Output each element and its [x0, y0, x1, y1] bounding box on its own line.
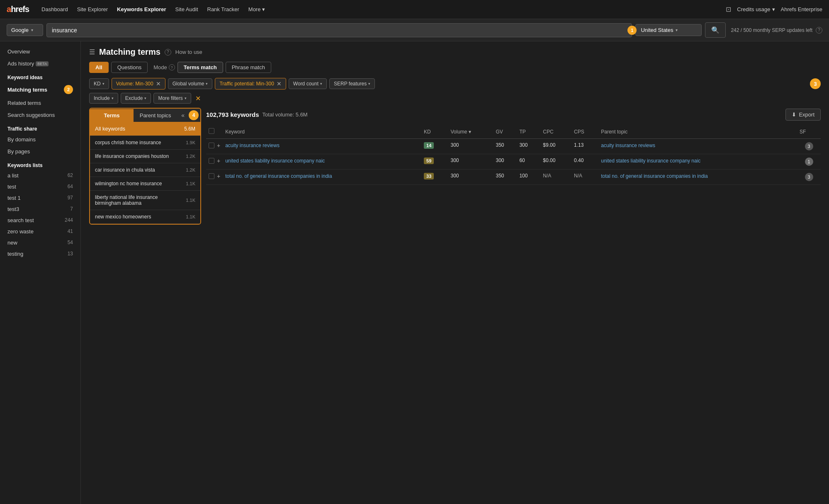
nav-site-audit[interactable]: Site Audit — [171, 4, 202, 15]
filter-word-count[interactable]: Word count ▾ — [289, 78, 327, 89]
search-input[interactable] — [46, 23, 632, 37]
search-engine-select[interactable]: Google ▾ — [7, 24, 43, 36]
nav-rank-tracker[interactable]: Rank Tracker — [203, 4, 243, 15]
left-tab-terms[interactable]: Terms — [90, 109, 134, 122]
select-all-checkbox[interactable] — [209, 128, 214, 134]
sidebar: Overview Ads history BETA Keyword ideas … — [0, 41, 81, 504]
logo[interactable]: ahrefs — [7, 5, 29, 14]
left-list-item-6[interactable]: new mexico homeowners 1.1K — [90, 210, 200, 224]
col-keyword[interactable]: Keyword — [223, 125, 421, 139]
keywords-count: 102,793 keywords — [206, 111, 259, 118]
sidebar-item-by-domains[interactable]: By domains — [0, 133, 80, 145]
row-2-cps: 0.40 — [571, 154, 598, 170]
row-3-tp: 100 — [517, 170, 540, 185]
sidebar-item-search-suggestions[interactable]: Search suggestions — [0, 109, 80, 121]
clear-filters-icon[interactable]: ✕ — [195, 94, 201, 102]
col-kd[interactable]: KD — [421, 125, 448, 139]
how-to-use-link[interactable]: How to use — [175, 49, 202, 55]
gv-caret-icon: ▾ — [206, 82, 208, 86]
row-1-parent-topic[interactable]: acuity insurance reviews — [601, 142, 795, 149]
sidebar-item-related-terms[interactable]: Related terms — [0, 97, 80, 109]
nav-links: Dashboard Site Explorer Keywords Explore… — [37, 4, 726, 15]
row-3-add-btn[interactable]: + — [217, 173, 220, 179]
row-3-kd-badge: 33 — [424, 173, 434, 179]
export-button[interactable]: ⬇ Export — [785, 109, 821, 121]
col-cpc[interactable]: CPC — [540, 125, 571, 139]
left-list-item-2[interactable]: life insurance companies houston 1.2K — [90, 150, 200, 163]
hamburger-icon[interactable]: ☰ — [89, 48, 95, 56]
country-select[interactable]: United States ▾ — [635, 24, 702, 36]
sidebar-list-item-4[interactable]: search test 244 — [0, 215, 80, 226]
sidebar-count: 54 — [68, 240, 73, 246]
sidebar-list-item-7[interactable]: testing 13 — [0, 248, 80, 259]
mode-help-icon[interactable]: ? — [169, 64, 175, 70]
row-3-checkbox[interactable] — [209, 173, 214, 179]
page-header: ☰ Matching terms ? How to use — [81, 41, 829, 60]
nav-dashboard[interactable]: Dashboard — [37, 4, 72, 15]
left-list-item-5[interactable]: liberty national life insurance birmingh… — [90, 191, 200, 210]
filter-volume[interactable]: Volume: Min-300 ✕ — [112, 78, 165, 90]
row-2-add-btn[interactable]: + — [217, 158, 220, 164]
keywords-table: Keyword KD Volume ▾ GV TP CPC CPS Parent… — [206, 125, 821, 185]
col-volume[interactable]: Volume ▾ — [448, 125, 493, 139]
nav-keywords-explorer[interactable]: Keywords Explorer — [113, 4, 170, 15]
tab-questions[interactable]: Questions — [111, 62, 148, 73]
filter-exclude[interactable]: Exclude ▾ — [121, 93, 151, 104]
kd-caret-icon: ▾ — [102, 82, 105, 86]
left-list-item-1[interactable]: corpus christi home insurance 1.9K — [90, 136, 200, 150]
sidebar-item-matching-terms[interactable]: Matching terms 2 — [0, 82, 80, 97]
tab-all[interactable]: All — [89, 62, 109, 73]
nav-site-explorer[interactable]: Site Explorer — [73, 4, 112, 15]
filter-include[interactable]: Include ▾ — [89, 93, 118, 104]
filter-serp-features[interactable]: SERP features ▾ — [329, 78, 375, 89]
row-2-checkbox[interactable] — [209, 158, 214, 164]
left-list-item-3[interactable]: car insurance in chula vista 1.2K — [90, 163, 200, 177]
tp-x-icon[interactable]: ✕ — [277, 80, 282, 87]
table-area: Terms Parent topics « 4 All keywords 5.6… — [81, 108, 829, 229]
row-3-parent-topic[interactable]: total no. of general insurance companies… — [601, 173, 795, 180]
sidebar-item-by-pages[interactable]: By pages — [0, 145, 80, 158]
nav-more[interactable]: More ▾ — [244, 4, 270, 15]
left-list-all-keywords[interactable]: All keywords 5.6M — [90, 122, 200, 136]
sidebar-list-item-0[interactable]: a list 62 — [0, 170, 80, 181]
row-2-cpc: $0.00 — [540, 154, 571, 170]
volume-x-icon[interactable]: ✕ — [156, 80, 161, 87]
row-2-keyword[interactable]: united states liability insurance compan… — [225, 158, 419, 165]
row-1-cps: 1.13 — [571, 139, 598, 154]
row-1-volume: 300 — [448, 139, 493, 154]
col-gv[interactable]: GV — [494, 125, 517, 139]
exclude-caret-icon: ▾ — [144, 96, 146, 100]
row-2-parent-topic[interactable]: united states liability insurance compan… — [601, 158, 795, 165]
left-tab-parent-topics[interactable]: Parent topics — [134, 109, 177, 122]
filter-global-volume[interactable]: Global volume ▾ — [168, 78, 213, 89]
col-parent-topic[interactable]: Parent topic — [598, 125, 797, 139]
more-caret-icon: ▾ — [185, 96, 187, 100]
page-title-help-icon[interactable]: ? — [165, 49, 171, 56]
filter-more[interactable]: More filters ▾ — [153, 93, 191, 104]
sidebar-list-item-3[interactable]: test3 7 — [0, 204, 80, 215]
sidebar-list-item-5[interactable]: zero waste 41 — [0, 226, 80, 237]
sidebar-item-overview[interactable]: Overview — [0, 46, 80, 58]
sidebar-item-ads-history[interactable]: Ads history BETA — [0, 58, 80, 70]
sidebar-list-item-6[interactable]: new 54 — [0, 237, 80, 248]
row-3-keyword[interactable]: total no. of general insurance companies… — [225, 173, 419, 180]
search-button[interactable]: 🔍 — [705, 22, 726, 38]
sidebar-list-item-2[interactable]: test 1 97 — [0, 192, 80, 204]
tab-phrase-match[interactable]: Phrase match — [226, 62, 271, 73]
row-1-add-btn[interactable]: + — [217, 142, 220, 149]
sidebar-list-item-1[interactable]: test 64 — [0, 181, 80, 192]
wc-caret-icon: ▾ — [320, 82, 322, 86]
col-tp[interactable]: TP — [517, 125, 540, 139]
tab-terms-match[interactable]: Terms match — [177, 62, 223, 73]
credits-usage-btn[interactable]: Credits usage ▾ — [737, 6, 775, 12]
serp-help-icon[interactable]: ? — [816, 27, 822, 34]
row-1-checkbox[interactable] — [209, 143, 214, 148]
left-panel-collapse[interactable]: « — [177, 109, 189, 122]
col-cps[interactable]: CPS — [571, 125, 598, 139]
row-1-keyword[interactable]: acuity insurance reviews — [225, 142, 419, 149]
left-list-item-4[interactable]: wilmington nc home insurance 1.1K — [90, 177, 200, 191]
annotation-badge-4: 4 — [189, 110, 199, 120]
filter-traffic-potential[interactable]: Traffic potential: Min-300 ✕ — [215, 78, 286, 90]
col-sf[interactable]: SF — [797, 125, 821, 139]
filter-kd[interactable]: KD ▾ — [89, 78, 109, 89]
